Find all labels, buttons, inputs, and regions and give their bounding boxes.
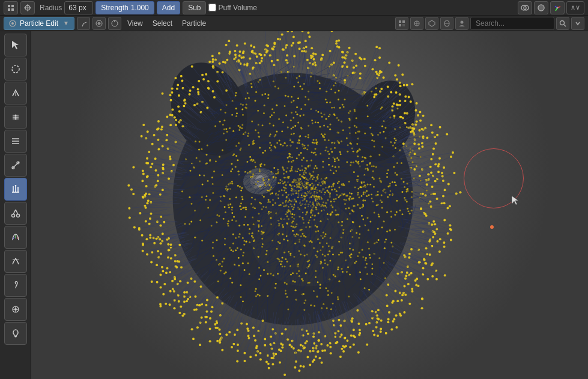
svg-point-9 [557,7,559,8]
strength-control[interactable]: Strength 1.000 [95,1,154,14]
svg-line-13 [82,23,83,26]
merge-tool-button[interactable] [4,298,27,321]
svg-line-55 [13,210,16,214]
select-menu[interactable]: Select [149,18,176,29]
svg-point-53 [11,214,14,217]
viewport-shading-icon[interactable] [534,1,548,14]
viewport-option-4[interactable] [440,17,453,30]
snap-icon[interactable] [108,17,121,30]
particle-menu[interactable]: Particle [178,18,210,29]
svg-rect-20 [402,20,405,23]
viewport-option-5[interactable] [455,17,468,30]
cut-tool-button[interactable] [4,202,27,225]
left-toolbar [0,31,31,379]
main-area [0,31,588,379]
length-tool-button[interactable] [4,154,27,177]
search-bar-area [395,17,584,30]
select-tool-button[interactable] [4,34,27,56]
brush-tool-button[interactable] [4,322,27,345]
radius-label: Radius [40,4,62,12]
top-toolbar: Radius 63 px Strength 1.000 Add Sub Puff… [0,0,588,16]
svg-rect-19 [399,20,401,23]
svg-point-54 [16,214,19,217]
puff-tool-button[interactable] [4,178,27,201]
svg-marker-26 [429,20,435,26]
editor-type-icon[interactable] [4,1,18,14]
svg-point-32 [12,65,19,73]
zoom-level[interactable]: ∧ ∨ [566,1,584,14]
puff-volume-toggle[interactable]: Puff Volume [208,4,257,12]
viewport-option-1[interactable] [395,17,408,30]
svg-point-41 [14,118,16,120]
smooth-tool-button[interactable] [4,106,27,129]
view-menu[interactable]: View [124,18,147,29]
comb-tool-button[interactable] [4,82,27,105]
svg-point-16 [99,23,100,24]
curl-tool-button[interactable] [4,274,27,297]
search-input[interactable] [470,17,554,30]
transform-orientations-icon[interactable] [77,17,90,30]
viewport-canvas [31,31,588,379]
sub-button[interactable]: Sub [183,1,206,14]
header-right-icons: ∧ ∨ [518,1,584,14]
svg-line-30 [564,25,566,26]
proportional-editing-icon[interactable] [92,17,106,30]
svg-marker-52 [14,185,17,186]
gizmo-icon[interactable] [550,1,565,14]
mode-dropdown[interactable]: Particle Edit ▼ [4,17,74,30]
search-icon[interactable] [556,17,569,30]
brush-hit-dot [490,225,494,229]
svg-point-39 [14,115,16,117]
add-button[interactable]: Add [157,1,180,14]
svg-marker-31 [12,41,19,49]
mode-dropdown-arrow: ▼ [63,20,69,26]
overlay-icon[interactable] [518,1,532,14]
svg-rect-21 [399,24,401,26]
svg-point-11 [11,22,14,25]
workspace-icon[interactable] [20,1,35,14]
header-row2: Particle Edit ▼ View Select Particle [0,16,588,31]
weight-tool-button[interactable] [4,226,27,249]
svg-point-29 [560,20,565,25]
viewport-option-3[interactable] [425,17,438,30]
add-tool-button[interactable] [4,130,27,153]
radius-value[interactable]: 63 px [64,1,93,14]
svg-line-56 [16,210,18,214]
straighten-tool-button[interactable] [4,250,27,273]
viewport[interactable] [31,31,588,379]
svg-point-62 [14,308,17,311]
svg-line-12 [83,22,86,23]
svg-line-45 [12,162,19,169]
viewport-option-2[interactable] [410,17,423,30]
circle-select-button[interactable] [4,58,27,80]
menu-expand-icon[interactable] [571,17,584,30]
svg-point-28 [461,20,464,23]
svg-point-40 [14,117,16,118]
svg-rect-22 [402,24,405,26]
